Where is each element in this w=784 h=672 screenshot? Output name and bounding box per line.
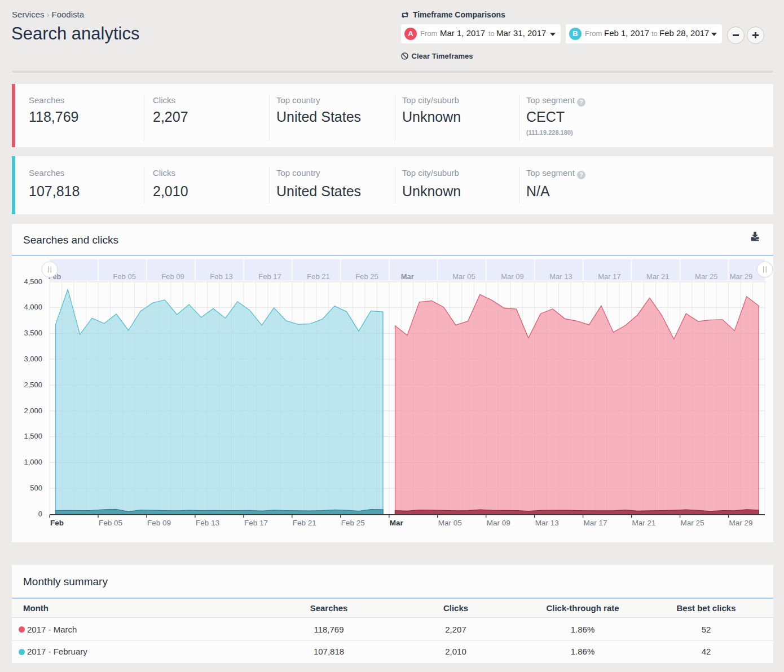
svg-text:Mar 13: Mar 13 — [535, 519, 559, 527]
svg-text:Mar 05: Mar 05 — [438, 519, 462, 527]
svg-text:Feb 13: Feb 13 — [196, 519, 219, 527]
svg-text:Mar 13: Mar 13 — [549, 272, 572, 281]
svg-text:500: 500 — [30, 484, 42, 492]
svg-text:Mar 29: Mar 29 — [729, 519, 753, 527]
svg-text:Mar: Mar — [401, 272, 414, 281]
svg-text:Mar 05: Mar 05 — [452, 272, 475, 281]
svg-text:Mar 17: Mar 17 — [598, 272, 620, 281]
svg-text:Mar 21: Mar 21 — [646, 272, 669, 281]
svg-text:Feb 05: Feb 05 — [99, 519, 122, 527]
svg-text:2,000: 2,000 — [24, 406, 42, 415]
svg-text:1,500: 1,500 — [24, 432, 42, 440]
svg-text:0: 0 — [38, 510, 42, 518]
svg-text:Mar 21: Mar 21 — [632, 519, 656, 527]
svg-text:Feb 17: Feb 17 — [258, 272, 281, 281]
svg-text:Mar 25: Mar 25 — [695, 272, 717, 281]
svg-text:Feb 09: Feb 09 — [161, 272, 184, 281]
svg-text:Feb 13: Feb 13 — [210, 272, 232, 281]
svg-text:Feb 21: Feb 21 — [307, 272, 329, 281]
svg-text:Feb: Feb — [50, 519, 64, 527]
svg-text:Feb 25: Feb 25 — [341, 519, 365, 527]
svg-text:1,000: 1,000 — [24, 458, 42, 466]
svg-text:Mar 29: Mar 29 — [730, 272, 752, 281]
svg-text:Feb 21: Feb 21 — [293, 519, 316, 527]
svg-text:Feb 25: Feb 25 — [355, 272, 378, 281]
svg-text:3,000: 3,000 — [24, 355, 42, 363]
svg-text:Mar 09: Mar 09 — [501, 272, 523, 281]
svg-text:3,500: 3,500 — [24, 329, 42, 337]
svg-text:4,500: 4,500 — [24, 277, 42, 286]
svg-text:Mar: Mar — [390, 519, 404, 527]
svg-text:4,000: 4,000 — [24, 303, 42, 311]
svg-text:Feb 17: Feb 17 — [244, 519, 268, 527]
svg-text:Feb 09: Feb 09 — [147, 519, 171, 527]
svg-text:Mar 09: Mar 09 — [487, 519, 510, 527]
svg-text:2,500: 2,500 — [24, 381, 42, 389]
svg-text:Feb 05: Feb 05 — [113, 272, 135, 281]
svg-text:Mar 25: Mar 25 — [681, 519, 704, 527]
svg-text:Mar 17: Mar 17 — [584, 519, 607, 527]
